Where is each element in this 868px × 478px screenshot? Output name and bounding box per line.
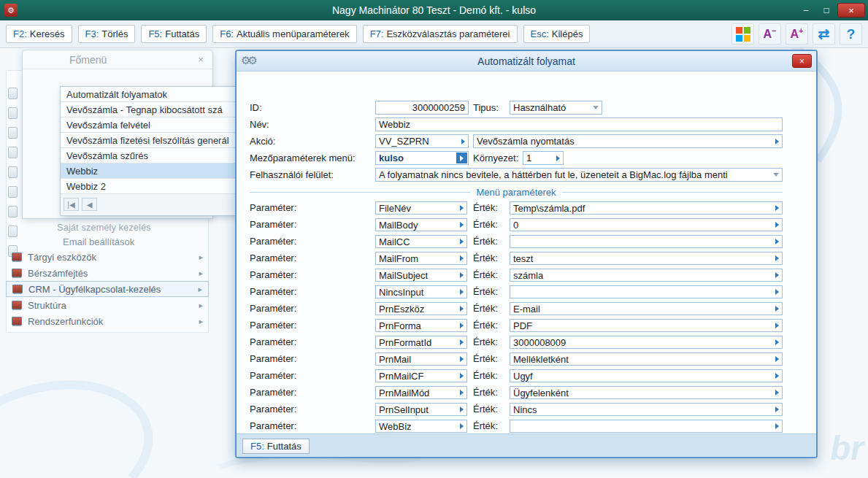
- felulet-combobox[interactable]: A folyamatnak nincs bevitele, a háttérbe…: [375, 168, 783, 182]
- dropdown-arrow-icon[interactable]: [775, 373, 779, 379]
- dropdown-arrow-icon[interactable]: [460, 406, 464, 412]
- dropdown-arrow-icon[interactable]: [456, 153, 467, 163]
- chevron-down-icon[interactable]: [593, 106, 599, 109]
- parameter-value-field[interactable]: 3000008009: [510, 336, 783, 349]
- dropdown-arrow-icon[interactable]: [556, 155, 560, 161]
- list-item[interactable]: Vevőszámla szűrés: [61, 148, 250, 163]
- previous-page-icon[interactable]: ◀: [82, 198, 97, 211]
- dropdown-arrow-icon[interactable]: [460, 339, 464, 345]
- sidebar-menu-item[interactable]: Struktúra ▸: [6, 297, 209, 313]
- close-icon[interactable]: ×: [837, 3, 865, 18]
- parameter-name-field[interactable]: MailSubject: [375, 269, 467, 282]
- list-item[interactable]: Vevőszámla - Tegnap kibocsátott szá: [61, 102, 250, 117]
- toolbar-button[interactable]: F7: Eszközválasztás paraméterei: [363, 25, 518, 43]
- dropdown-arrow-icon[interactable]: [460, 323, 464, 328]
- dropdown-arrow-icon[interactable]: [460, 239, 464, 244]
- list-item[interactable]: Webbiz: [61, 163, 250, 179]
- dropdown-arrow-icon[interactable]: [775, 205, 779, 211]
- dropdown-arrow-icon[interactable]: [775, 406, 779, 412]
- parameter-name-field[interactable]: MailCC: [375, 235, 467, 248]
- menu-item-disabled[interactable]: Saját személy kezelés: [57, 222, 151, 233]
- dropdown-arrow-icon[interactable]: [775, 306, 779, 312]
- nev-field[interactable]: Webbiz: [375, 117, 783, 131]
- parameter-value-field[interactable]: [510, 420, 783, 433]
- maximize-icon[interactable]: □: [817, 3, 836, 18]
- dropdown-arrow-icon[interactable]: [460, 272, 464, 278]
- dropdown-arrow-icon[interactable]: [775, 272, 779, 278]
- sidebar-menu-item[interactable]: Rendszerfunkciók ▸: [6, 313, 209, 329]
- list-item[interactable]: Vevőszámla felvétel: [61, 117, 250, 133]
- dropdown-arrow-icon[interactable]: [460, 222, 464, 228]
- list-item[interactable]: Webbiz 2: [61, 179, 250, 194]
- parameter-value-field[interactable]: PDF: [510, 319, 783, 332]
- parameter-name-field[interactable]: PrnSelInput: [375, 403, 467, 416]
- dropdown-arrow-icon[interactable]: [461, 139, 465, 144]
- dropdown-arrow-icon[interactable]: [775, 423, 779, 429]
- parameter-value-field[interactable]: 0: [510, 218, 783, 231]
- parameter-value-field[interactable]: Nincs: [510, 403, 783, 416]
- dropdown-arrow-icon[interactable]: [460, 205, 464, 211]
- font-increase-button[interactable]: A+: [786, 23, 808, 45]
- toolbar-button[interactable]: F2: Keresés: [6, 25, 72, 43]
- parameter-name-field[interactable]: NincsInput: [375, 285, 467, 298]
- dropdown-arrow-icon[interactable]: [775, 289, 779, 295]
- akcio-name-field[interactable]: Vevőszámla nyomtatás: [473, 134, 783, 148]
- font-decrease-button[interactable]: A−: [758, 23, 781, 45]
- dropdown-arrow-icon[interactable]: [775, 139, 779, 144]
- kornyezet-field[interactable]: 1: [523, 151, 564, 165]
- dropdown-arrow-icon[interactable]: [775, 222, 779, 228]
- close-icon[interactable]: ×: [792, 54, 812, 68]
- dropdown-arrow-icon[interactable]: [460, 306, 464, 312]
- parameter-value-field[interactable]: Ügyfelenként: [510, 386, 783, 399]
- dropdown-arrow-icon[interactable]: [775, 356, 779, 362]
- theme-colors-button[interactable]: [731, 23, 754, 45]
- parameter-name-field[interactable]: FileNév: [375, 201, 467, 215]
- close-icon[interactable]: ×: [195, 54, 207, 65]
- dropdown-arrow-icon[interactable]: [775, 239, 779, 244]
- dropdown-arrow-icon[interactable]: [460, 255, 464, 261]
- sidebar-menu-item[interactable]: Bérszámfejtés ▸: [6, 265, 209, 281]
- parameter-name-field[interactable]: PrnMailMód: [375, 386, 467, 399]
- parameter-name-field[interactable]: PrnForma: [375, 319, 467, 332]
- toolbar-button[interactable]: F5: Futtatás: [141, 25, 207, 43]
- akcio-code-field[interactable]: VV_SZPRN: [375, 134, 469, 148]
- parameter-value-field[interactable]: [510, 235, 783, 248]
- dropdown-arrow-icon[interactable]: [460, 289, 464, 295]
- swap-button[interactable]: ⇄: [813, 23, 835, 45]
- dropdown-arrow-icon[interactable]: [460, 356, 464, 362]
- parameter-name-field[interactable]: MailBody: [375, 218, 467, 231]
- parameter-value-field[interactable]: Ugyf: [510, 369, 783, 382]
- list-item[interactable]: Vevőszámla fizetési felszólítás generál: [61, 133, 250, 148]
- dropdown-arrow-icon[interactable]: [775, 255, 779, 261]
- dropdown-arrow-icon[interactable]: [775, 323, 779, 328]
- dropdown-arrow-icon[interactable]: [460, 373, 464, 379]
- list-item[interactable]: Automatizált folyamatok: [61, 87, 250, 102]
- parameter-value-field[interactable]: teszt: [510, 252, 783, 265]
- parameter-value-field[interactable]: számla: [510, 269, 783, 282]
- parameter-name-field[interactable]: PrnFormatId: [375, 336, 467, 349]
- chevron-down-icon[interactable]: [773, 173, 779, 177]
- toolbar-button[interactable]: F6: Aktuális menüparaméterek: [212, 25, 356, 43]
- parameter-name-field[interactable]: PrnMail: [375, 352, 467, 366]
- tipus-combobox[interactable]: Használható: [510, 101, 602, 115]
- parameter-name-field[interactable]: WebBiz: [375, 420, 467, 433]
- dropdown-arrow-icon[interactable]: [460, 423, 464, 429]
- toolbar-button[interactable]: Esc: Kilépés: [523, 25, 591, 43]
- id-field[interactable]: 3000000259: [375, 101, 469, 115]
- help-button[interactable]: ?: [840, 23, 862, 45]
- toolbar-button[interactable]: F3: Törlés: [78, 25, 136, 43]
- dropdown-arrow-icon[interactable]: [775, 390, 779, 396]
- parameter-value-field[interactable]: [510, 285, 783, 298]
- menu-item[interactable]: Email beállítások: [63, 236, 134, 247]
- dropdown-arrow-icon[interactable]: [775, 339, 779, 345]
- minimize-icon[interactable]: –: [796, 3, 815, 18]
- parameter-name-field[interactable]: PrnMailCF: [375, 369, 467, 382]
- parameter-value-field[interactable]: Mellékletként: [510, 352, 783, 366]
- first-page-icon[interactable]: |◀: [64, 198, 79, 211]
- parameter-name-field[interactable]: PrnEszköz: [375, 302, 467, 315]
- dropdown-arrow-icon[interactable]: [460, 390, 464, 396]
- mezoparameterek-field[interactable]: kulso: [375, 151, 469, 165]
- parameter-name-field[interactable]: MailFrom: [375, 252, 467, 265]
- parameter-value-field[interactable]: Temp\számla.pdf: [510, 201, 783, 215]
- parameter-value-field[interactable]: E-mail: [510, 302, 783, 315]
